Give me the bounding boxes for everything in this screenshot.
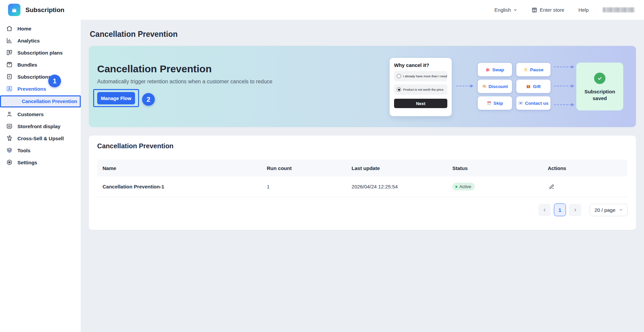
sidebar-item-bundles[interactable]: Bundles — [0, 59, 81, 71]
retention-action-label: Skip — [494, 101, 503, 106]
sidebar-item-settings[interactable]: Settings — [0, 156, 81, 168]
pencil-icon — [549, 183, 555, 190]
retention-action-label: Contact us — [525, 101, 549, 106]
retention-actions-grid: Swap Pause Discount Gift — [478, 63, 551, 110]
cancel-survey-card: Why cancel it? I already have more than … — [390, 58, 452, 116]
page-size-select[interactable]: 20 / page — [590, 204, 628, 216]
retention-action-pause: Pause — [516, 63, 551, 76]
cancellation-prevention-table-card: Cancellation Prevention Name Run count L… — [89, 136, 636, 230]
gear-icon — [6, 159, 13, 166]
help-label: Help — [578, 7, 589, 13]
annotation-step-2-badge: 2 — [142, 93, 155, 106]
package-icon — [6, 61, 13, 68]
sidebar-item-subscription-plans[interactable]: Subscription plans — [0, 47, 81, 59]
user-name-redacted — [603, 7, 635, 12]
app-logo — [8, 4, 20, 16]
sidebar-item-customers[interactable]: Customers — [0, 108, 81, 120]
page-title: Cancellation Prevention — [90, 30, 178, 39]
survey-title: Why cancel it? — [394, 62, 447, 68]
survey-option-1: I already have more than I need — [394, 71, 447, 81]
gift-icon — [526, 84, 531, 89]
survey-option-label: Product is not worth the price — [403, 88, 443, 91]
sidebar-item-label: Home — [17, 26, 31, 31]
saved-text-line2: saved — [584, 95, 615, 102]
status-dot-icon — [455, 186, 457, 188]
sidebar-item-label: Storefront display — [17, 123, 60, 129]
annotation-step-2-box — [93, 89, 139, 107]
survey-next-button: Next — [394, 99, 447, 108]
price-tag-icon — [482, 84, 487, 89]
status-label: Active — [459, 184, 471, 189]
flow-arrow-icon — [554, 67, 571, 67]
page-1-button[interactable]: 1 — [554, 203, 566, 216]
home-icon — [6, 25, 13, 32]
topbar: Subscription English Enter store Help — [0, 0, 644, 20]
cell-name: Cancellation Prevention-1 — [97, 184, 267, 189]
sidebar-item-label: Bundles — [17, 62, 37, 68]
banner-heading: Cancellation Prevention — [97, 63, 212, 75]
edit-button[interactable] — [548, 183, 556, 190]
sidebar-item-cancellation-prevention[interactable]: Cancellation Prevention — [0, 95, 81, 107]
radio-selected-icon — [397, 87, 401, 92]
table-heading: Cancellation Prevention — [97, 142, 174, 150]
retention-action-skip: Skip — [478, 96, 512, 110]
column-header-name: Name — [97, 165, 267, 171]
next-page-button[interactable] — [569, 204, 581, 216]
column-header-last-update: Last update — [351, 165, 452, 171]
column-header-actions: Actions — [548, 165, 627, 171]
storefront-panel-icon — [6, 123, 13, 130]
sidebar-item-tools[interactable]: Tools — [0, 144, 81, 156]
retention-action-label: Gift — [533, 84, 540, 89]
sidebar-item-label: Customers — [17, 111, 44, 117]
cell-run-count: 1 — [267, 184, 351, 189]
sidebar-item-label: Settings — [17, 160, 37, 165]
enter-store-button[interactable]: Enter store — [531, 7, 564, 13]
sun-icon — [523, 67, 528, 72]
survey-option-label: I already have more than I need — [403, 75, 447, 78]
email-icon — [518, 101, 523, 105]
flow-arrow-icon — [456, 86, 470, 86]
pagination: 1 20 / page — [538, 203, 628, 216]
column-header-status: Status — [452, 165, 548, 171]
shopping-bag-icon — [11, 6, 18, 13]
main-content: Cancellation Prevention Cancellation Pre… — [81, 20, 644, 332]
cancellation-prevention-banner: Cancellation Prevention Automatically tr… — [89, 46, 636, 127]
language-selector[interactable]: English — [495, 7, 517, 13]
survey-option-2: Product is not worth the price — [394, 84, 447, 95]
banner-subtitle: Automatically trigger retention actions … — [97, 79, 272, 85]
app-title: Subscription — [25, 6, 64, 14]
cart-icon — [6, 135, 13, 142]
chevron-down-icon — [619, 208, 623, 212]
shopping-bags-icon — [486, 67, 490, 72]
user-menu[interactable] — [603, 7, 635, 12]
retention-action-contact-us: Contact us — [516, 96, 551, 110]
sidebar-item-label: Preventions — [17, 86, 46, 92]
saved-text: Subscription saved — [584, 88, 615, 102]
sidebar-item-preventions[interactable]: Preventions — [0, 83, 81, 95]
sidebar: Home Analytics Subscription plans Bundle… — [0, 20, 81, 332]
prev-page-button[interactable] — [538, 204, 551, 216]
table-header-row: Name Run count Last update Status Action… — [97, 160, 627, 176]
language-label: English — [495, 7, 511, 13]
sidebar-item-label: Tools — [17, 148, 30, 153]
sidebar-item-analytics[interactable]: Analytics — [0, 34, 81, 47]
sidebar-item-label: Cross-Sell & Upsell — [17, 136, 64, 141]
status-badge: Active — [452, 183, 475, 190]
retention-action-swap: Swap — [478, 63, 512, 76]
sidebar-item-subscriptions[interactable]: Subscriptions — [0, 71, 81, 83]
enter-store-label: Enter store — [540, 7, 564, 13]
sidebar-item-cross-sell-upsell[interactable]: Cross-Sell & Upsell — [0, 132, 81, 144]
check-circle-icon — [594, 73, 605, 84]
cell-last-update: 2026/04/24 12:25:54 — [351, 184, 452, 189]
chevron-down-icon — [513, 8, 517, 12]
help-button[interactable]: Help — [578, 7, 589, 13]
annotation-step-1-badge: 1 — [48, 75, 61, 87]
document-icon — [6, 73, 13, 80]
sidebar-item-label: Subscription plans — [17, 50, 63, 56]
calendar-icon — [487, 101, 492, 105]
person-icon — [6, 111, 13, 117]
retention-action-gift: Gift — [516, 80, 551, 93]
flow-arrow-icon — [554, 104, 571, 105]
sidebar-item-storefront-display[interactable]: Storefront display — [0, 120, 81, 132]
sidebar-item-home[interactable]: Home — [0, 22, 81, 34]
